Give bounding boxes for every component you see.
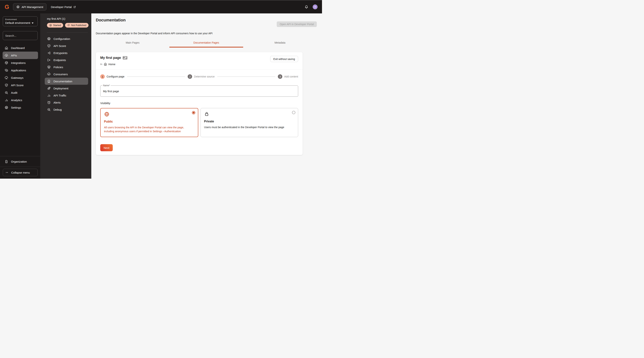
building-icon (4, 160, 8, 164)
topbar: G API Management Developer Portal (0, 0, 322, 13)
name-field: Name* (100, 85, 298, 97)
visibility-label: Visibility (100, 101, 298, 105)
visibility-option-private[interactable]: Private Users must be authenticated in t… (200, 108, 298, 137)
radio-public-selected[interactable] (192, 111, 195, 114)
collapse-icon (5, 171, 8, 174)
visibility-option-description: All users browsing the API in the Develo… (104, 126, 194, 133)
sidebar-spacer (0, 111, 40, 156)
user-avatar[interactable] (313, 4, 318, 9)
app-switcher-label: API Management (22, 5, 43, 8)
api-menu-item-documentation[interactable]: Documentation (45, 78, 88, 85)
developer-portal-label: Developer Portal (51, 5, 72, 8)
api-menu-sidebar: my first API (1) Started Not Published (40, 13, 91, 179)
api-menu-item-label: API Score (54, 44, 66, 47)
step-label: Determine source (194, 75, 215, 78)
cloud-person-icon (47, 72, 51, 76)
cloud-node-icon (4, 76, 8, 80)
tab-metadata[interactable]: Metadata (243, 39, 317, 47)
api-menu-item-entrypoints[interactable]: Entrypoints (45, 49, 88, 56)
sidebar-item-analytics[interactable]: Analytics (2, 96, 38, 104)
environment-selector[interactable]: Environment Default environment (3, 16, 38, 26)
api-menu-item-label: Configuration (54, 37, 70, 40)
api-menu-item-label: Debug (54, 108, 62, 111)
api-menu-item-api-traffic[interactable]: API Traffic (45, 92, 88, 99)
home-icon (104, 62, 107, 66)
shield-check-icon (4, 83, 8, 87)
step-determine-source: 2 Determine source (188, 74, 215, 79)
chevron-down-icon (32, 22, 34, 24)
page-title: Documentation (96, 18, 126, 22)
sidebar-item-dashboard[interactable]: Dashboard (2, 44, 38, 52)
step-number: 1 (100, 74, 105, 79)
sidebar-divider (0, 156, 40, 156)
name-input[interactable] (100, 85, 298, 97)
sidebar-item-apis[interactable]: APIs (2, 52, 38, 59)
sidebar-item-integrations[interactable]: Integrations (2, 59, 38, 66)
exit-without-saving-button[interactable]: Exit without saving (270, 56, 298, 62)
main-content: Documentation Open API in Developer Port… (91, 13, 322, 179)
api-menu-item-consumers[interactable]: Consumers (45, 71, 88, 78)
api-menu-item-endpoints[interactable]: Endpoints (45, 56, 88, 63)
search-input[interactable] (5, 34, 42, 37)
developer-portal-link[interactable]: Developer Portal (51, 5, 76, 8)
next-button[interactable]: Next (100, 144, 113, 151)
sidebar-item-label: Integrations (11, 61, 26, 64)
bar-chart-icon (4, 98, 8, 102)
api-menu-item-deployment[interactable]: Deployment (45, 85, 88, 92)
sidebar-item-label: API Score (11, 84, 24, 87)
sign-in-icon (47, 51, 51, 55)
api-menu-item-debug[interactable]: Debug (45, 106, 88, 113)
tab-main-pages[interactable]: Main Pages (96, 39, 170, 47)
gravitee-logo-icon[interactable]: G (4, 4, 10, 10)
lock-icon (204, 111, 294, 117)
api-menu-item-label: Deployment (54, 87, 68, 90)
radio-private-unselected[interactable] (292, 111, 295, 114)
play-circle-icon (49, 24, 52, 27)
step-configure-page: 1 Configure page (100, 74, 124, 79)
shield-star-icon (47, 65, 51, 69)
step-connector (127, 76, 185, 77)
visibility-option-title: Private (204, 120, 294, 123)
sidebar-divider (0, 167, 40, 167)
notifications-bell-icon[interactable] (304, 5, 308, 9)
sidebar-item-label: Analytics (11, 98, 22, 102)
step-number: 2 (188, 74, 192, 79)
open-api-in-developer-portal-button[interactable]: Open API in Developer Portal (277, 21, 317, 27)
markdown-icon (123, 56, 127, 59)
step-number: 3 (278, 74, 282, 79)
sidebar-item-organization[interactable]: Organization (2, 158, 38, 165)
external-link-icon (73, 5, 76, 8)
visibility-option-public[interactable]: Public All users browsing the API in the… (100, 108, 198, 137)
step-connector (217, 76, 276, 77)
gear-icon (16, 5, 20, 9)
api-menu-item-alerts[interactable]: Alerts (45, 99, 88, 106)
sidebar-item-gateways[interactable]: Gateways (2, 74, 38, 81)
sidebar-item-settings[interactable]: Settings (2, 104, 38, 111)
api-menu-item-api-score[interactable]: API Score (45, 42, 88, 49)
cube-icon (4, 61, 8, 65)
collapse-menu-button[interactable]: Collapse menu (3, 169, 38, 176)
environment-value: Default environment (5, 21, 30, 24)
sidebar-item-applications[interactable]: Applications (2, 66, 38, 74)
status-badge-not-published: Not Published (65, 23, 88, 27)
sidebar-item-label: Applications (11, 69, 26, 72)
status-badge-label: Started (53, 24, 61, 27)
tab-documentation-pages[interactable]: Documentation Pages (170, 39, 243, 47)
cloud-x-icon (67, 24, 70, 27)
documentation-tabs: Main Pages Documentation Pages Metadata (96, 39, 317, 47)
sidebar-item-audit[interactable]: Audit (2, 89, 38, 96)
bar-chart-icon (47, 93, 51, 97)
search-box (3, 31, 38, 40)
api-menu-item-policies[interactable]: Policies (45, 63, 88, 71)
api-status-badges: Started Not Published (47, 23, 87, 27)
sidebar-item-label: Dashboard (11, 46, 24, 49)
sign-out-icon (47, 58, 51, 62)
name-field-label: Name* (102, 84, 111, 87)
magnifier-check-icon (4, 91, 8, 95)
sidebar-item-label: Audit (11, 91, 17, 94)
sidebar-item-api-score[interactable]: API Score (2, 81, 38, 89)
api-menu-item-label: Consumers (54, 73, 68, 76)
app-switcher-button[interactable]: API Management (13, 3, 46, 10)
stepper: 1 Configure page 2 Determine source 3 Ad… (100, 74, 298, 79)
api-menu-item-configuration[interactable]: Configuration (45, 35, 88, 42)
